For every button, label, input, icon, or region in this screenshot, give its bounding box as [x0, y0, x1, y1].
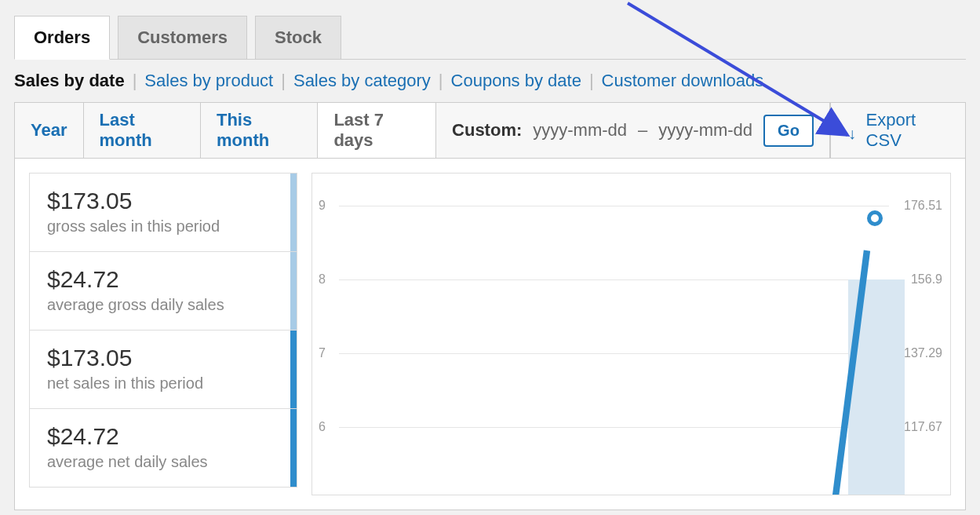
chart-bar	[848, 279, 905, 495]
report-subnav: Sales by date | Sales by product | Sales…	[14, 60, 966, 102]
y-right-tick: 117.67	[904, 420, 942, 434]
stat-accent	[290, 173, 297, 251]
y-left-tick: 7	[319, 346, 326, 360]
range-this-month[interactable]: This month	[201, 103, 318, 158]
range-dash: –	[638, 120, 647, 141]
subnav-current: Sales by date	[14, 71, 125, 91]
range-last-7-days[interactable]: Last 7 days	[318, 103, 436, 158]
y-left-tick: 8	[319, 272, 326, 287]
stat-label: average gross daily sales	[47, 296, 282, 314]
stat-accent	[290, 331, 297, 408]
stat-accent	[290, 409, 297, 487]
range-from-input[interactable]: yyyy-mm-dd	[533, 120, 627, 141]
stat-avg-gross-daily[interactable]: $24.72 average gross daily sales	[29, 251, 297, 330]
y-left-tick: 9	[319, 199, 326, 213]
stat-value: $173.05	[47, 345, 282, 371]
sales-chart: 9 8 7 6 176.51 156.9 137.29 117.67	[311, 173, 951, 495]
stat-accent	[290, 252, 297, 330]
range-last-month[interactable]: Last month	[84, 103, 201, 158]
tab-stock[interactable]: Stock	[255, 16, 341, 60]
range-to-input[interactable]: yyyy-mm-dd	[658, 120, 752, 141]
range-custom: Custom: yyyy-mm-dd – yyyy-mm-dd Go	[436, 103, 830, 158]
y-right-tick: 137.29	[904, 346, 942, 360]
chart-data-point	[867, 210, 883, 226]
export-csv-button[interactable]: Export CSV	[831, 103, 965, 158]
subnav-sales-by-product[interactable]: Sales by product	[144, 71, 273, 91]
stat-avg-net-daily[interactable]: $24.72 average net daily sales	[29, 408, 297, 488]
y-right-tick: 176.51	[904, 199, 942, 213]
download-icon	[848, 123, 858, 137]
tab-orders[interactable]: Orders	[14, 16, 110, 60]
report-content: $173.05 gross sales in this period $24.7…	[14, 159, 966, 510]
stat-label: net sales in this period	[47, 374, 282, 393]
stat-label: average net daily sales	[47, 453, 282, 471]
stat-label: gross sales in this period	[47, 217, 282, 236]
subnav-sales-by-category[interactable]: Sales by category	[293, 71, 431, 91]
range-year[interactable]: Year	[15, 103, 84, 158]
y-left-tick: 6	[319, 420, 326, 434]
stat-value: $24.72	[47, 423, 282, 450]
tab-customers[interactable]: Customers	[118, 16, 247, 60]
y-right-tick: 156.9	[911, 272, 942, 287]
date-range-bar: Year Last month This month Last 7 days C…	[14, 102, 966, 159]
stat-gross-sales[interactable]: $173.05 gross sales in this period	[29, 173, 297, 251]
subnav-coupons[interactable]: Coupons by date	[451, 71, 581, 91]
stat-net-sales[interactable]: $173.05 net sales in this period	[29, 330, 297, 408]
stat-value: $24.72	[47, 266, 282, 293]
go-button[interactable]: Go	[763, 115, 814, 147]
stat-value: $173.05	[47, 188, 282, 214]
stats-sidebar: $173.05 gross sales in this period $24.7…	[29, 173, 297, 495]
subnav-customer-downloads[interactable]: Customer downloads	[602, 71, 764, 91]
range-custom-label: Custom:	[452, 120, 522, 141]
main-tabs: Orders Customers Stock	[14, 16, 966, 60]
chart-line	[339, 173, 889, 495]
export-csv-label: Export CSV	[866, 110, 948, 151]
